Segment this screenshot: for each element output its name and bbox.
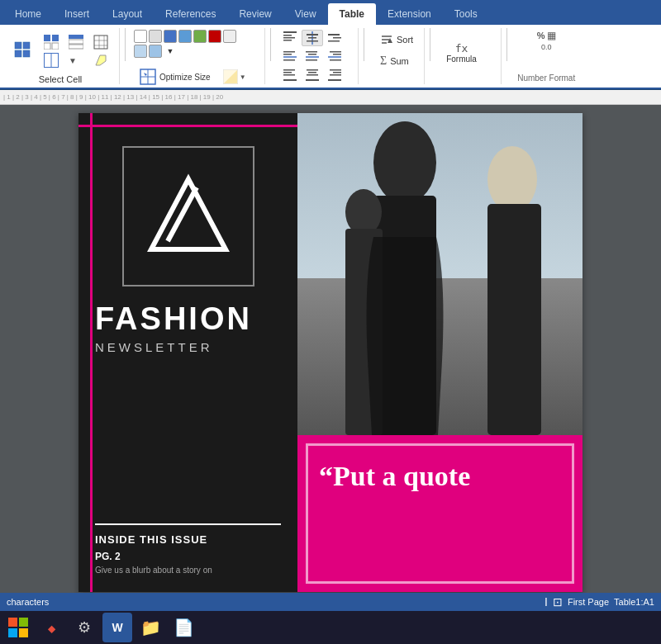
inside-this-issue-section: INSIDE THIS ISSUE PG. 2 Give us a blurb … bbox=[95, 523, 281, 575]
align-top-center[interactable] bbox=[302, 30, 323, 46]
number-format-label: Number Format bbox=[517, 73, 575, 83]
settings-taskbar-btn[interactable]: ⚙ bbox=[69, 613, 99, 642]
align-bottom-center[interactable] bbox=[302, 66, 323, 83]
formula-btn[interactable]: fx Formula bbox=[439, 30, 484, 76]
draw-table-btn[interactable] bbox=[89, 34, 112, 50]
style-swatch-9[interactable] bbox=[149, 45, 162, 58]
status-left: characters bbox=[7, 597, 49, 607]
select-cell-buttons: ▼ bbox=[8, 30, 112, 73]
sort-btn[interactable]: Sort bbox=[374, 30, 419, 50]
ruler: | 1 | 2 | 3 | 4 | 5 | 6 | 7 | 8 | 9 | 10… bbox=[0, 90, 661, 105]
document-area: FASHION NEWSLETTER INSIDE THIS ISSUE PG.… bbox=[0, 105, 661, 608]
ribbon: Home Insert Layout References Review Vie… bbox=[0, 0, 661, 90]
word-doc-btn[interactable]: 📄 bbox=[169, 613, 198, 642]
svg-rect-39 bbox=[283, 59, 295, 61]
table-cell-indicator: Table1:A1 bbox=[614, 597, 654, 607]
svg-rect-53 bbox=[308, 72, 316, 73]
align-middle-left[interactable] bbox=[279, 48, 301, 64]
search-taskbar-btn[interactable]: ⬥ bbox=[36, 613, 66, 642]
svg-point-68 bbox=[373, 121, 436, 204]
svg-rect-3 bbox=[23, 50, 30, 57]
table-style-btn2[interactable] bbox=[64, 34, 88, 50]
align-top-right[interactable] bbox=[324, 30, 345, 46]
tab-layout[interactable]: Layout bbox=[101, 3, 154, 25]
svg-point-72 bbox=[345, 189, 382, 235]
style-swatch-6[interactable] bbox=[208, 30, 221, 43]
word-taskbar-btn[interactable]: W bbox=[102, 613, 132, 642]
style-swatch-7[interactable] bbox=[223, 30, 236, 43]
svg-rect-45 bbox=[333, 54, 341, 55]
tab-review[interactable]: Review bbox=[227, 3, 283, 25]
style-swatch-4[interactable] bbox=[178, 30, 192, 43]
table-style-btn1[interactable] bbox=[40, 34, 63, 50]
cursor-icon: I bbox=[544, 595, 548, 608]
tab-view[interactable]: View bbox=[283, 3, 328, 25]
style-swatch-3[interactable] bbox=[164, 30, 177, 43]
svg-rect-54 bbox=[307, 74, 318, 76]
svg-rect-5 bbox=[52, 35, 59, 41]
svg-rect-41 bbox=[308, 54, 316, 55]
optimize-size-btn[interactable]: Optimize Size bbox=[134, 60, 216, 93]
style-swatch-1[interactable] bbox=[134, 30, 147, 43]
svg-point-70 bbox=[487, 146, 537, 212]
svg-rect-31 bbox=[308, 37, 316, 39]
svg-rect-25 bbox=[283, 31, 297, 33]
number-format-input[interactable]: 0.0 bbox=[541, 43, 552, 51]
eraser-btn[interactable] bbox=[89, 52, 112, 69]
ruler-mark: | 1 | 2 | 3 | 4 | 5 | 6 | 7 | 8 | 9 | 10… bbox=[3, 93, 223, 101]
svg-rect-36 bbox=[283, 51, 295, 53]
svg-rect-1 bbox=[23, 42, 30, 49]
start-button[interactable] bbox=[3, 613, 33, 642]
style-swatch-5[interactable] bbox=[193, 30, 207, 43]
align-bottom-left[interactable] bbox=[279, 66, 301, 83]
tab-extension[interactable]: Extension bbox=[376, 3, 443, 25]
svg-rect-59 bbox=[328, 79, 341, 81]
align-top-left[interactable] bbox=[279, 30, 301, 46]
svg-marker-64 bbox=[151, 179, 226, 249]
newsletter-subheading: NEWSLETTER bbox=[95, 340, 281, 354]
status-right: I ⊡ First Page Table1:A1 bbox=[544, 595, 654, 608]
select-table-btn[interactable] bbox=[8, 30, 38, 73]
svg-rect-8 bbox=[69, 35, 83, 39]
insert-icon: ⊡ bbox=[553, 595, 563, 608]
tab-references[interactable]: References bbox=[154, 3, 227, 25]
svg-marker-22 bbox=[144, 73, 147, 76]
svg-rect-0 bbox=[15, 42, 21, 49]
svg-marker-18 bbox=[96, 55, 106, 65]
tab-table[interactable]: Table bbox=[328, 3, 376, 25]
svg-rect-9 bbox=[69, 40, 83, 44]
logo-box bbox=[122, 146, 254, 286]
svg-rect-75 bbox=[19, 618, 28, 627]
svg-rect-51 bbox=[283, 79, 297, 81]
align-bottom-right[interactable] bbox=[324, 66, 345, 83]
svg-rect-50 bbox=[283, 74, 295, 76]
svg-rect-57 bbox=[333, 72, 341, 73]
shade-btn[interactable]: ▼ bbox=[219, 69, 250, 85]
svg-rect-40 bbox=[306, 51, 317, 53]
svg-rect-30 bbox=[307, 34, 318, 36]
sum-btn[interactable]: Σ Sum bbox=[374, 51, 415, 71]
fashion-photo bbox=[297, 113, 583, 435]
figure-silhouettes bbox=[297, 113, 583, 435]
table-btn-dropdown[interactable]: ▼ bbox=[64, 52, 81, 69]
tab-tools[interactable]: Tools bbox=[443, 3, 489, 25]
table-style-btn3[interactable] bbox=[40, 52, 63, 69]
align-middle-right[interactable] bbox=[324, 48, 345, 64]
style-swatch-more[interactable]: ▼ bbox=[164, 45, 177, 58]
brand-logo bbox=[143, 171, 234, 262]
tab-home[interactable]: Home bbox=[3, 3, 53, 25]
align-middle-center[interactable] bbox=[302, 48, 323, 64]
svg-marker-63 bbox=[388, 38, 392, 43]
alignment-buttons bbox=[279, 30, 345, 83]
svg-rect-35 bbox=[328, 40, 340, 42]
style-swatch-8[interactable] bbox=[134, 45, 147, 58]
sum-sigma-icon: Σ bbox=[380, 54, 387, 68]
svg-rect-33 bbox=[328, 34, 340, 36]
svg-rect-37 bbox=[283, 54, 292, 55]
file-explorer-btn[interactable]: 📁 bbox=[136, 613, 165, 642]
tab-insert[interactable]: Insert bbox=[53, 3, 101, 25]
document-page: FASHION NEWSLETTER INSIDE THIS ISSUE PG.… bbox=[78, 113, 583, 592]
style-swatch-2[interactable] bbox=[149, 30, 162, 43]
svg-rect-48 bbox=[283, 69, 295, 71]
first-page-label: First Page bbox=[568, 597, 609, 607]
